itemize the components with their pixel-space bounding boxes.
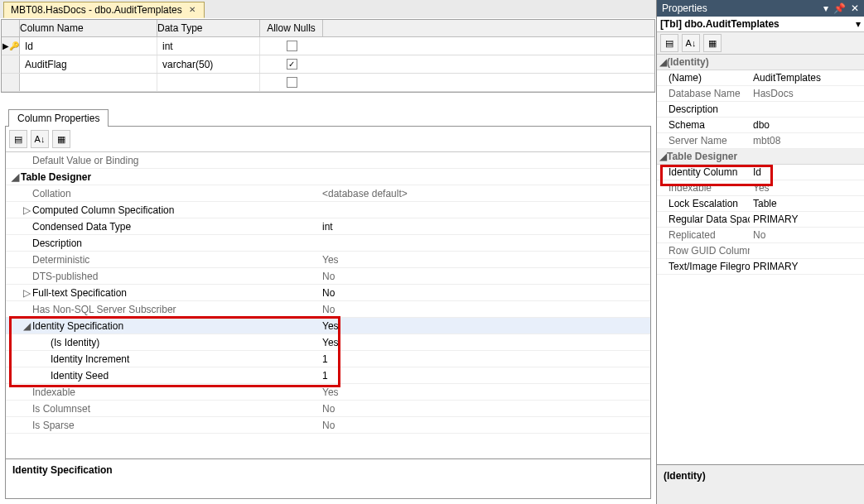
property-row[interactable]: ◢Identity SpecificationYes xyxy=(6,318,650,334)
property-row[interactable]: Has Non-SQL Server SubscriberNo xyxy=(6,301,650,318)
property-value[interactable]: No xyxy=(317,287,335,299)
property-row[interactable]: ▷Full-text SpecificationNo xyxy=(6,285,650,301)
property-value[interactable]: Yes xyxy=(317,337,339,348)
property-row[interactable]: Regular Data Space SpecificationPRIMARY xyxy=(657,212,864,228)
property-value[interactable]: No xyxy=(317,403,335,415)
property-row[interactable]: Schemadbo xyxy=(657,118,864,133)
sort-az-icon[interactable]: A↓ xyxy=(31,130,49,148)
chevron-down-icon[interactable]: ▾ xyxy=(856,18,861,30)
property-row[interactable]: IndexableYes xyxy=(6,384,650,401)
allow-nulls-checkbox[interactable] xyxy=(287,59,297,70)
tab-title: MBT08.HasDocs - dbo.AuditTemplates xyxy=(11,4,182,16)
autohide-icon[interactable]: ▾ xyxy=(823,2,828,14)
collapse-icon[interactable]: ◢ xyxy=(11,171,19,183)
property-label: Collation xyxy=(32,188,71,199)
properties-title-bar[interactable]: Properties ▾ 📌 ✕ xyxy=(657,0,864,17)
pin-icon[interactable]: 📌 xyxy=(833,2,846,14)
cell-column-name[interactable]: Id xyxy=(20,37,157,55)
cell-data-type[interactable]: varchar(50) xyxy=(157,55,260,73)
property-row[interactable]: Identity Increment1 xyxy=(6,351,650,367)
property-row[interactable]: Condensed Data Typeint xyxy=(6,218,650,235)
property-value[interactable]: Yes xyxy=(317,254,339,266)
property-value[interactable]: No xyxy=(750,229,765,241)
property-row[interactable]: Collation<database default> xyxy=(6,185,650,202)
cell-column-name[interactable] xyxy=(20,74,157,91)
property-value[interactable]: Id xyxy=(750,166,761,178)
table-row[interactable] xyxy=(2,74,654,92)
tab-document[interactable]: MBT08.HasDocs - dbo.AuditTemplates ✕ xyxy=(3,2,205,18)
property-row[interactable]: Database NameHasDocs xyxy=(657,86,864,102)
sort-az-icon[interactable]: A↓ xyxy=(682,34,700,52)
property-value[interactable]: AuditTemplates xyxy=(750,72,821,84)
property-row[interactable]: ReplicatedNo xyxy=(657,228,864,243)
header-data-type[interactable]: Data Type xyxy=(157,20,260,36)
property-label: Default Value or Binding xyxy=(32,155,139,166)
collapse-icon[interactable]: ◢ xyxy=(659,56,667,68)
cell-data-type[interactable]: int xyxy=(157,37,260,55)
expand-icon[interactable]: ▷ xyxy=(22,204,31,216)
property-row[interactable]: (Name)AuditTemplates xyxy=(657,70,864,86)
column-properties-grid[interactable]: Default Value or Binding◢Table DesignerC… xyxy=(6,152,650,458)
property-row[interactable]: ◢Table Designer xyxy=(6,169,650,185)
close-icon[interactable]: ✕ xyxy=(851,2,859,14)
property-value[interactable]: HasDocs xyxy=(750,88,794,99)
property-value[interactable]: Yes xyxy=(317,386,339,398)
property-row[interactable]: ▷Computed Column Specification xyxy=(6,202,650,218)
collapse-icon[interactable]: ◢ xyxy=(22,320,31,332)
property-value[interactable]: PRIMARY xyxy=(750,214,798,225)
designer-pane: MBT08.HasDocs - dbo.AuditTemplates ✕ Col… xyxy=(0,0,657,504)
table-row[interactable]: AuditFlag varchar(50) xyxy=(2,55,654,74)
property-row[interactable]: Identity Seed1 xyxy=(6,367,650,384)
property-value[interactable]: No xyxy=(317,304,335,315)
allow-nulls-checkbox[interactable] xyxy=(287,77,297,88)
property-row[interactable]: Lock EscalationTable xyxy=(657,196,864,212)
property-value[interactable]: PRIMARY xyxy=(750,261,798,272)
properties-icon[interactable]: ▦ xyxy=(703,34,722,52)
properties-grid[interactable]: ◢(Identity)(Name)AuditTemplatesDatabase … xyxy=(657,55,864,464)
property-value[interactable]: mbt08 xyxy=(750,135,780,146)
expand-icon[interactable]: ▷ xyxy=(22,287,31,299)
tab-column-properties[interactable]: Column Properties xyxy=(8,109,109,127)
property-row[interactable]: Identity ColumnId xyxy=(657,165,864,180)
property-description: Identity Specification xyxy=(6,458,650,498)
property-value[interactable]: Table xyxy=(750,198,777,209)
property-row[interactable]: IndexableYes xyxy=(657,180,864,196)
property-row[interactable]: Description xyxy=(6,235,650,252)
property-row[interactable]: Description xyxy=(657,102,864,118)
property-row[interactable]: (Is Identity)Yes xyxy=(6,334,650,351)
object-selector[interactable]: [Tbl] dbo.AuditTemplates ▾ xyxy=(657,17,864,32)
property-row[interactable]: Is SparseNo xyxy=(6,417,650,434)
property-category[interactable]: ◢Table Designer xyxy=(657,149,864,165)
categorized-icon[interactable]: ▤ xyxy=(9,130,27,148)
property-row[interactable]: Text/Image FilegroupPRIMARY xyxy=(657,259,864,275)
cell-data-type[interactable] xyxy=(157,74,260,91)
property-row[interactable]: Is ColumnsetNo xyxy=(6,401,650,417)
property-value[interactable]: No xyxy=(317,420,335,431)
property-row[interactable]: Server Namembt08 xyxy=(657,133,864,149)
property-value[interactable]: Yes xyxy=(750,182,770,194)
properties-icon[interactable]: ▦ xyxy=(52,130,70,148)
property-value[interactable]: 1 xyxy=(317,353,328,365)
property-row[interactable]: Row GUID Column xyxy=(657,243,864,259)
property-row[interactable]: DeterministicYes xyxy=(6,252,650,268)
property-value[interactable]: No xyxy=(317,271,335,282)
row-selector[interactable] xyxy=(2,55,20,73)
property-value[interactable]: dbo xyxy=(750,119,770,131)
table-row[interactable]: ▶🔑 Id int xyxy=(2,37,654,55)
row-selector[interactable]: ▶🔑 xyxy=(2,37,20,55)
property-value[interactable]: <database default> xyxy=(317,188,408,199)
header-column-name[interactable]: Column Name xyxy=(20,20,157,36)
property-category[interactable]: ◢(Identity) xyxy=(657,55,864,70)
cell-column-name[interactable]: AuditFlag xyxy=(20,55,157,73)
collapse-icon[interactable]: ◢ xyxy=(659,151,667,162)
property-value[interactable]: Yes xyxy=(317,320,339,332)
close-icon[interactable]: ✕ xyxy=(187,5,197,15)
property-row[interactable]: Default Value or Binding xyxy=(6,152,650,169)
property-value[interactable]: 1 xyxy=(317,370,328,382)
categorized-icon[interactable]: ▤ xyxy=(660,34,678,52)
row-selector[interactable] xyxy=(2,74,20,91)
header-allow-nulls[interactable]: Allow Nulls xyxy=(260,20,323,36)
property-value[interactable]: int xyxy=(317,221,333,233)
property-row[interactable]: DTS-publishedNo xyxy=(6,268,650,285)
allow-nulls-checkbox[interactable] xyxy=(287,41,297,51)
